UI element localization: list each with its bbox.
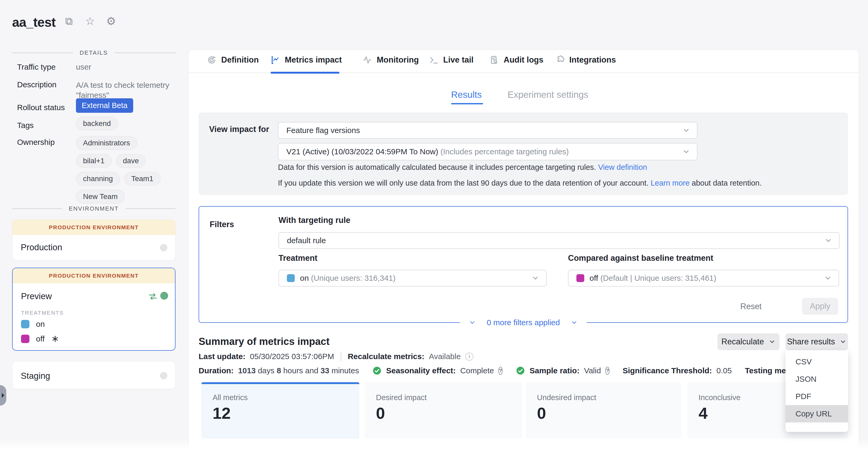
env-card-staging[interactable]: Staging [12, 361, 176, 389]
help-icon[interactable]: ? [498, 367, 502, 375]
tag-pill[interactable]: backend [76, 117, 118, 130]
menu-item-csv[interactable]: CSV [785, 353, 848, 370]
summary-meta-row-2: Duration: 1013 days 8 hours and 33 minut… [198, 364, 790, 377]
env-name-staging: Staging [21, 371, 50, 381]
tags-list: backend [76, 117, 177, 130]
last-update-label: Last update: [198, 352, 245, 361]
share-results-button[interactable]: Share results [785, 333, 848, 350]
target-icon [207, 55, 216, 65]
puzzle-icon [555, 55, 564, 65]
terminal-icon [429, 55, 438, 65]
chevron-down-icon [469, 319, 476, 326]
seasonality-label: Seasonality effect: [386, 366, 456, 375]
tab-definition[interactable]: Definition [207, 55, 259, 65]
check-circle-icon [516, 366, 525, 376]
menu-item-json[interactable]: JSON [785, 370, 848, 388]
env-name-preview: Preview [21, 291, 52, 301]
share-results-menu: CSV JSON PDF Copy URL [785, 351, 848, 432]
details-heading: DETAILS [80, 50, 108, 56]
gear-icon[interactable]: ⚙ [106, 16, 116, 27]
chevron-down-icon [682, 148, 690, 156]
duration-label: Duration: [198, 366, 234, 375]
description-value: A/A test to check telemetry "fairness" [76, 80, 174, 100]
active-subtab-underline [451, 103, 483, 104]
treatment-label: Treatment [278, 253, 317, 263]
treatment-color-on [287, 274, 295, 282]
baseline-treatment-label: Compared against baseline treatment [568, 253, 713, 263]
recalculate-button[interactable]: Recalculate [717, 333, 779, 350]
copy-icon[interactable]: ⧉ [65, 16, 73, 26]
tab-monitoring[interactable]: Monitoring [363, 55, 419, 65]
treatment-dropdown[interactable]: on (Unique users: 316,341) [278, 270, 547, 287]
chevron-down-icon [825, 237, 832, 244]
chevron-down-icon [682, 126, 690, 134]
help-icon[interactable]: ? [605, 367, 610, 375]
rollout-status-badge[interactable]: External Beta [76, 98, 133, 113]
environment-divider: ENVIRONMENT [12, 205, 176, 212]
menu-item-copy-url[interactable]: Copy URL [785, 405, 848, 422]
owner-pill[interactable]: bilal+1 [76, 154, 112, 168]
chevron-down-icon [531, 274, 539, 282]
description-label: Description [17, 80, 57, 89]
treatment-name-off: off [36, 334, 45, 343]
tab-live-tail[interactable]: Live tail [429, 55, 473, 65]
sample-ratio-value: Valid [584, 366, 601, 375]
targeting-rule-dropdown[interactable]: default rule [278, 232, 840, 249]
env-card-production[interactable]: PRODUCTION ENVIRONMENT Production [12, 219, 176, 261]
owner-pill[interactable]: Administrators [76, 136, 137, 150]
baseline-treatment-dropdown[interactable]: off (Default | Unique users: 315,461) [568, 270, 839, 287]
sidebar-collapse-handle[interactable] [0, 385, 6, 406]
env-card-preview[interactable]: PRODUCTION ENVIRONMENT Preview TREATMENT… [12, 268, 176, 351]
traffic-type-label: Traffic type [17, 63, 56, 71]
owner-pill[interactable]: dave [116, 154, 146, 168]
learn-more-link[interactable]: Learn more [651, 179, 690, 187]
metric-card-all-metrics[interactable]: All metrics 12 [202, 382, 360, 439]
star-icon[interactable]: ☆ [85, 16, 95, 27]
targeting-rule-label: With targeting rule [278, 215, 350, 225]
treatment-name-on: on [36, 320, 45, 329]
version-dropdown[interactable]: V21 (Active) (10/03/2022 04:59PM To Now)… [278, 143, 698, 160]
treatment-color-on [21, 320, 29, 328]
environment-heading: ENVIRONMENT [69, 205, 119, 212]
reset-button[interactable]: Reset [740, 302, 762, 311]
summary-title: Summary of metrics impact [198, 336, 330, 347]
view-impact-label: View impact for [209, 125, 269, 134]
view-impact-panel: View impact for Feature flag versions V2… [198, 113, 848, 195]
owner-pill[interactable]: Team1 [124, 172, 160, 186]
impact-type-dropdown[interactable]: Feature flag versions [278, 122, 698, 139]
owner-pill[interactable]: channing [76, 172, 120, 186]
filters-panel: Filters With targeting rule default rule… [198, 206, 848, 323]
check-circle-icon [372, 366, 382, 376]
menu-item-pdf[interactable]: PDF [785, 388, 848, 405]
info-icon[interactable]: i [465, 353, 473, 361]
activity-pulse-icon [363, 55, 372, 65]
apply-button[interactable]: Apply [802, 298, 838, 315]
version-note: Data for this version is automatically c… [278, 163, 647, 172]
treatment-row-off: off [21, 334, 59, 343]
metric-card-desired-impact[interactable]: Desired impact 0 [365, 382, 522, 439]
default-treatment-asterisk-icon [51, 335, 59, 343]
main-panel: Definition Metrics impact [189, 50, 859, 449]
seasonality-value: Complete [460, 366, 494, 375]
tab-integrations[interactable]: Integrations [555, 55, 616, 65]
metric-card-undesired-impact[interactable]: Undesired impact 0 [526, 382, 681, 439]
view-definition-link[interactable]: View definition [598, 163, 647, 171]
more-filters-toggle[interactable]: 0 more filters applied [460, 317, 587, 329]
treatment-row-on: on [21, 320, 45, 329]
tab-bar: Definition Metrics impact [189, 50, 859, 73]
subtab-results[interactable]: Results [451, 89, 482, 100]
tab-audit-logs[interactable]: Audit logs [490, 55, 544, 65]
owner-pill[interactable]: New Team [76, 190, 125, 204]
active-card-topbar [202, 382, 360, 384]
treatments-heading: TREATMENTS [21, 310, 64, 316]
env-name-production: Production [21, 242, 62, 252]
subtab-experiment-settings[interactable]: Experiment settings [507, 89, 588, 100]
status-dot-gray [160, 244, 167, 251]
recalculate-metrics-value: Available [429, 352, 461, 361]
tags-label: Tags [17, 121, 34, 130]
tab-metrics-impact[interactable]: Metrics impact [271, 55, 342, 65]
status-dot-gray [160, 372, 167, 379]
recalculate-metrics-label: Recalculate metrics: [348, 352, 425, 361]
traffic-type-value: user [76, 63, 91, 71]
chevron-down-icon [571, 319, 578, 326]
